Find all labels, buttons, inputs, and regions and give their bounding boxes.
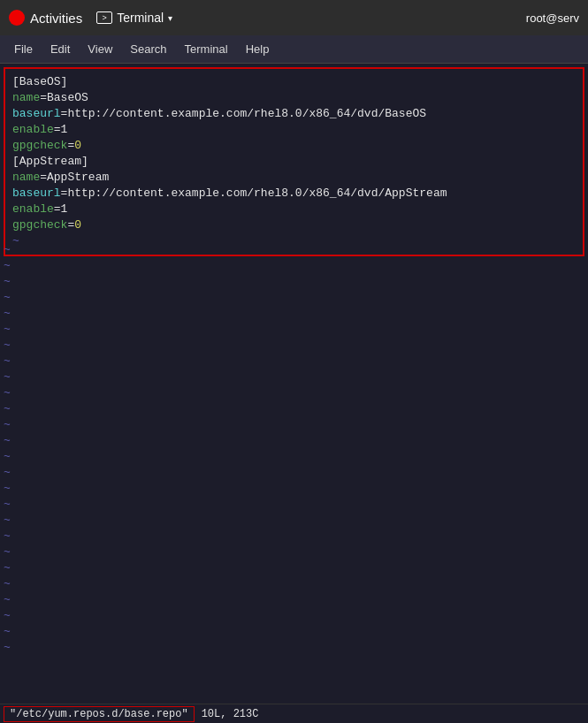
terminal-window: File Edit View Search Terminal Help [Bas…: [0, 35, 588, 723]
code-line: enable=1: [12, 122, 576, 138]
terminal-icon: [96, 11, 112, 24]
user-host-label: root@serv: [526, 11, 579, 25]
code-line-tilde: ~: [12, 233, 576, 249]
tilde-section: ~ ~ ~ ~ ~ ~ ~ ~ ~ ~ ~ ~ ~ ~ ~ ~ ~ ~ ~ ~ …: [4, 242, 11, 656]
status-bar: "/etc/yum.repos.d/base.repo" 10L, 213C: [0, 704, 588, 723]
menu-bar: File Edit View Search Terminal Help: [0, 35, 588, 64]
menu-edit[interactable]: Edit: [43, 39, 77, 59]
menu-search[interactable]: Search: [123, 39, 173, 59]
activities-button[interactable]: Activities: [9, 10, 82, 26]
chevron-down-icon: ▾: [168, 13, 172, 23]
vim-content-box: [BaseOS] name=BaseOS baseurl=http://cont…: [4, 67, 584, 256]
menu-help[interactable]: Help: [239, 39, 277, 59]
code-line: [AppStream]: [12, 154, 576, 170]
activities-label: Activities: [30, 11, 82, 26]
menu-view[interactable]: View: [80, 39, 119, 59]
editor-area[interactable]: [BaseOS] name=BaseOS baseurl=http://cont…: [0, 64, 588, 723]
code-line: name=BaseOS: [12, 90, 576, 106]
terminal-menu-button[interactable]: Terminal ▾: [96, 11, 172, 25]
status-info: 10L, 213C: [202, 708, 259, 720]
code-line: gpgcheck=0: [12, 138, 576, 154]
terminal-label: Terminal: [117, 11, 164, 25]
code-line: [BaseOS]: [12, 74, 576, 90]
redhat-icon: [9, 10, 25, 26]
code-line: enable=1: [12, 202, 576, 217]
menu-terminal[interactable]: Terminal: [178, 39, 235, 59]
code-line: gpgcheck=0: [12, 217, 576, 233]
menu-file[interactable]: File: [7, 39, 40, 59]
top-bar: Activities Terminal ▾ root@serv: [0, 0, 588, 35]
status-filename: "/etc/yum.repos.d/base.repo": [4, 706, 195, 722]
code-line: baseurl=http://content.example.com/rhel8…: [12, 106, 576, 122]
code-line: baseurl=http://content.example.com/rhel8…: [12, 186, 576, 202]
code-line: name=AppStream: [12, 170, 576, 186]
